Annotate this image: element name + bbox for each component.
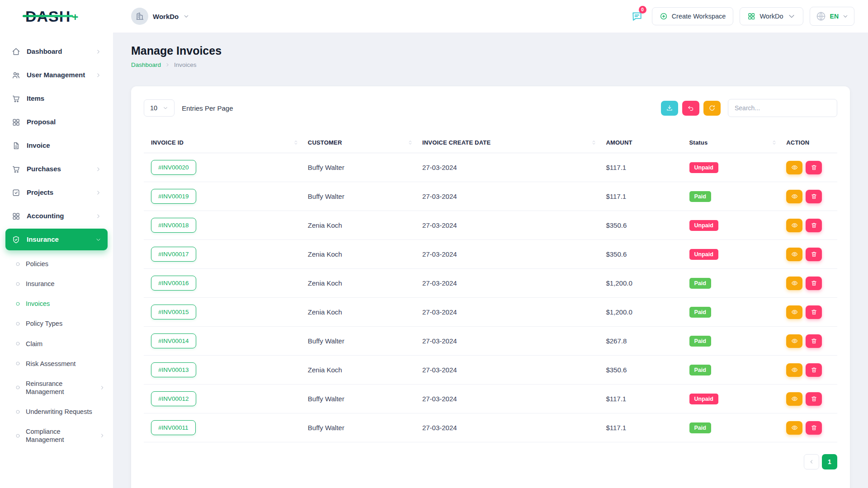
delete-invoice-button[interactable] — [806, 392, 822, 406]
language-selector[interactable]: EN — [810, 7, 854, 26]
view-invoice-button[interactable] — [786, 392, 802, 406]
column-header-customer[interactable]: CUSTOMER — [303, 132, 418, 153]
sidebar-item-user-management[interactable]: User Management — [5, 64, 108, 86]
submenu-item-underwriting-requests[interactable]: Underwriting Requests — [0, 402, 113, 422]
submenu-item-compliance-management[interactable]: Compliance Management — [0, 422, 113, 450]
status-badge: Unpaid — [689, 162, 718, 173]
eye-icon — [791, 309, 798, 315]
view-invoice-button[interactable] — [786, 421, 802, 435]
pagination-prev-button[interactable] — [804, 454, 819, 469]
view-invoice-button[interactable] — [786, 334, 802, 348]
amount-cell: $1,200.0 — [601, 298, 684, 327]
customer-cell: Buffy Walter — [303, 153, 418, 182]
status-badge: Paid — [689, 278, 711, 289]
sidebar-item-dashboard[interactable]: Dashboard — [5, 41, 108, 62]
view-invoice-button[interactable] — [786, 219, 802, 232]
invoice-id-link[interactable]: #INV00017 — [151, 247, 196, 262]
submenu-item-label: Reinsurance Management — [26, 380, 94, 396]
pagination-page-button[interactable]: 1 — [822, 454, 837, 469]
customer-cell: Zenia Koch — [303, 356, 418, 385]
invoice-id-link[interactable]: #INV00016 — [151, 276, 196, 291]
table-row: #INV00018 Zenia Koch 27-03-2024 $350.6 U… — [144, 211, 837, 240]
sort-icon[interactable] — [293, 140, 299, 145]
invoice-id-link[interactable]: #INV00014 — [151, 333, 196, 348]
submenu-item-label: Underwriting Requests — [26, 408, 105, 416]
delete-invoice-button[interactable] — [806, 277, 822, 290]
trash-icon — [811, 280, 817, 286]
breadcrumb-dashboard-link[interactable]: Dashboard — [131, 61, 161, 68]
sort-icon[interactable] — [771, 140, 777, 145]
invoice-id-link[interactable]: #INV00012 — [151, 391, 196, 406]
undo-icon — [687, 104, 694, 112]
customer-cell: Zenia Koch — [303, 298, 418, 327]
workspace-avatar — [131, 8, 148, 25]
invoice-id-link[interactable]: #INV00015 — [151, 305, 196, 319]
main-content: Manage Invoices Dashboard Invoices 10 En… — [113, 33, 868, 488]
sidebar-item-invoice[interactable]: Invoice — [5, 135, 108, 156]
view-invoice-button[interactable] — [786, 277, 802, 290]
workspace-menu-button[interactable]: WorkDo — [740, 7, 803, 25]
submenu-item-insurance[interactable]: Insurance — [0, 274, 113, 294]
delete-invoice-button[interactable] — [806, 219, 822, 232]
delete-invoice-button[interactable] — [806, 248, 822, 261]
sidebar-item-projects[interactable]: Projects — [5, 182, 108, 203]
invoice-id-link[interactable]: #INV00019 — [151, 189, 196, 204]
chevron-right-icon — [95, 213, 101, 219]
invoice-id-link[interactable]: #INV00013 — [151, 362, 196, 377]
sidebar-item-insurance[interactable]: Insurance — [5, 229, 108, 250]
submenu-item-claim[interactable]: Claim — [0, 334, 113, 354]
cart-icon — [12, 94, 20, 103]
entries-per-page-select[interactable]: 10 — [144, 99, 175, 117]
column-header-amount[interactable]: AMOUNT — [601, 132, 684, 153]
column-header-date[interactable]: INVOICE CREATE DATE — [418, 132, 602, 153]
invoice-id-link[interactable]: #INV00020 — [151, 160, 196, 175]
view-invoice-button[interactable] — [786, 161, 802, 174]
logo-plus-icon: + — [72, 11, 79, 23]
download-icon — [666, 104, 673, 112]
customer-cell: Zenia Koch — [303, 269, 418, 298]
date-cell: 27-03-2024 — [418, 413, 602, 442]
column-header-status[interactable]: Status — [685, 132, 782, 153]
view-invoice-button[interactable] — [786, 305, 802, 319]
breadcrumb: Dashboard Invoices — [131, 61, 850, 68]
sidebar-item-purchases[interactable]: Purchases — [5, 158, 108, 180]
create-workspace-button[interactable]: Create Workspace — [652, 7, 734, 25]
submenu-item-policy-types[interactable]: Policy Types — [0, 314, 113, 333]
view-invoice-button[interactable] — [786, 248, 802, 261]
submenu-item-risk-assessment[interactable]: Risk Assessment — [0, 354, 113, 374]
sidebar-item-items[interactable]: Items — [5, 88, 108, 109]
reset-button[interactable] — [682, 101, 699, 116]
invoice-id-link[interactable]: #INV00018 — [151, 218, 196, 233]
circle-icon — [15, 385, 20, 390]
chevron-right-icon — [99, 433, 105, 438]
delete-invoice-button[interactable] — [806, 363, 822, 377]
submenu-item-reinsurance-management[interactable]: Reinsurance Management — [0, 374, 113, 402]
submenu-item-policies[interactable]: Policies — [0, 254, 113, 274]
view-invoice-button[interactable] — [786, 190, 802, 203]
invoice-id-link[interactable]: #INV00011 — [151, 420, 196, 435]
delete-invoice-button[interactable] — [806, 190, 822, 203]
export-button[interactable] — [661, 101, 678, 116]
view-invoice-button[interactable] — [786, 363, 802, 377]
language-code: EN — [830, 13, 839, 20]
delete-invoice-button[interactable] — [806, 305, 822, 319]
sort-icon[interactable] — [591, 140, 597, 145]
delete-invoice-button[interactable] — [806, 334, 822, 348]
column-header-invoice-id[interactable]: INVOICE ID — [144, 132, 303, 153]
submenu-item-label: Compliance Management — [26, 427, 94, 444]
delete-invoice-button[interactable] — [806, 421, 822, 435]
app-logo[interactable]: DASH + — [0, 8, 113, 25]
search-input[interactable] — [728, 99, 837, 117]
sidebar-item-accounting[interactable]: Accounting — [5, 205, 108, 227]
refresh-button[interactable] — [703, 101, 721, 116]
trash-icon — [811, 338, 817, 344]
delete-invoice-button[interactable] — [806, 161, 822, 174]
submenu-item-invoices[interactable]: Invoices — [0, 294, 113, 314]
grid-icon — [12, 212, 20, 221]
sort-icon[interactable] — [407, 140, 413, 145]
sidebar-item-proposal[interactable]: Proposal — [5, 111, 108, 133]
trash-icon — [811, 222, 817, 229]
workspace-selector[interactable]: WorkDo — [131, 8, 189, 25]
sidebar-item-label: Proposal — [27, 118, 101, 126]
messages-button[interactable]: 0 — [628, 8, 646, 25]
